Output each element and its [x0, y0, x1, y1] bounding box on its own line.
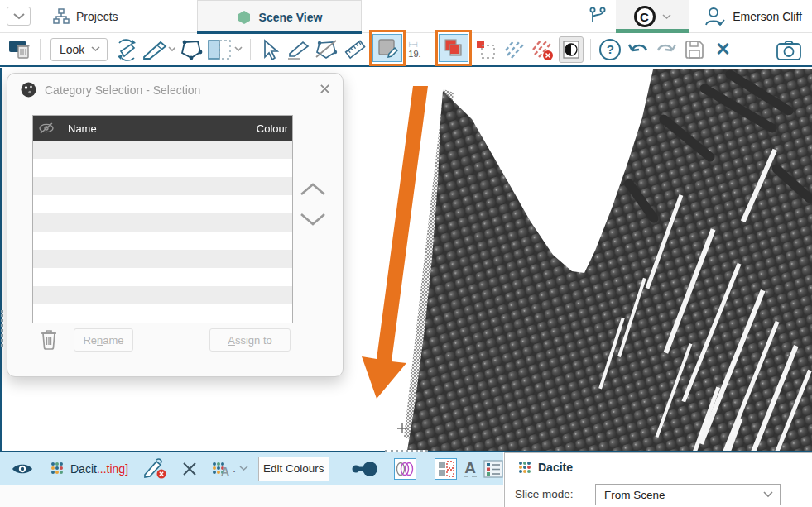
point-size-toggle[interactable]	[351, 460, 379, 478]
help-button[interactable]: ?	[598, 36, 622, 63]
paint-selection-button[interactable]	[372, 34, 402, 62]
add-selection-button[interactable]	[474, 36, 499, 63]
polygon-slash-icon	[315, 39, 338, 60]
camera-button[interactable]	[776, 37, 802, 64]
table-row[interactable]	[33, 195, 292, 213]
eye-off-icon	[38, 122, 55, 134]
rename-mnemonic: n	[97, 334, 103, 347]
layer-name-prefix: Dacit	[70, 462, 97, 476]
dialog-close-button[interactable]: ✕	[319, 80, 331, 98]
table-cell-name[interactable]	[60, 195, 252, 213]
table-row[interactable]	[33, 286, 292, 304]
hatch-selection-button[interactable]	[502, 36, 527, 63]
table-cell-eye[interactable]	[33, 304, 60, 323]
left-panel-grip[interactable]	[1, 310, 4, 347]
table-cell-eye[interactable]	[33, 141, 60, 159]
text-labels-button[interactable]: A	[464, 460, 477, 478]
move-up-button[interactable]	[299, 181, 327, 198]
selection-grid-button[interactable]	[435, 458, 457, 480]
table-row[interactable]	[33, 177, 292, 195]
table-row[interactable]	[33, 159, 292, 177]
table-cell-colour[interactable]	[252, 177, 292, 195]
table-row[interactable]	[33, 304, 292, 323]
table-cell-colour[interactable]	[252, 213, 292, 232]
chevron-down-icon	[91, 46, 100, 52]
layer-name-label[interactable]: Dacit...ting]	[70, 462, 128, 476]
projects-menu[interactable]: Projects	[53, 0, 118, 33]
table-cell-eye[interactable]	[33, 159, 60, 177]
table-cell-colour[interactable]	[252, 232, 292, 250]
app-logo-menu[interactable]: C	[616, 0, 689, 33]
collapse-ribbon-button[interactable]	[7, 7, 31, 26]
category-table: Name Colour	[32, 115, 293, 323]
contrast-button[interactable]	[559, 36, 584, 63]
look-dropdown[interactable]: Look	[50, 38, 108, 61]
remove-layer-button[interactable]	[181, 461, 198, 477]
save-button[interactable]	[682, 36, 707, 63]
colour-column-header[interactable]: Colour	[252, 116, 292, 141]
table-cell-eye[interactable]	[33, 195, 60, 213]
table-cell-colour[interactable]	[252, 159, 292, 177]
redo-button[interactable]	[654, 36, 679, 63]
undo-button[interactable]	[626, 36, 651, 63]
table-cell-colour[interactable]	[252, 250, 292, 268]
table-cell-name[interactable]	[60, 213, 252, 232]
table-cell-eye[interactable]	[33, 268, 60, 286]
select-points-button[interactable]	[439, 34, 468, 62]
assign-to-button[interactable]: Assign to	[209, 328, 291, 352]
close-tool-button[interactable]: ✕	[710, 36, 735, 63]
table-cell-name[interactable]	[60, 232, 252, 250]
tab-scene-view[interactable]: Scene View	[197, 0, 362, 33]
visibility-eye-button[interactable]	[12, 462, 33, 476]
branch-button[interactable]	[588, 5, 608, 30]
delete-category-button[interactable]	[39, 327, 59, 353]
name-column-header[interactable]: Name	[60, 116, 252, 141]
legend-button[interactable]	[483, 460, 503, 478]
left-panel-edge[interactable]	[0, 68, 2, 451]
moving-plane-button[interactable]	[207, 36, 243, 63]
table-row[interactable]	[33, 213, 292, 232]
table-cell-eye[interactable]	[33, 213, 60, 232]
edit-selection-button[interactable]	[143, 458, 168, 480]
rename-button[interactable]: Rename	[74, 328, 133, 352]
draw-plane-button[interactable]	[142, 36, 175, 63]
table-cell-colour[interactable]	[252, 304, 292, 323]
table-cell-name[interactable]	[60, 159, 252, 177]
remove-hatch-button[interactable]	[531, 36, 555, 63]
table-row[interactable]	[33, 250, 292, 268]
table-cell-colour[interactable]	[252, 286, 292, 304]
table-cell-eye[interactable]	[33, 250, 60, 268]
table-cell-name[interactable]	[60, 268, 252, 286]
edit-colours-button[interactable]: Edit Colours	[258, 457, 329, 481]
clear-scene-button[interactable]	[8, 36, 33, 63]
table-cell-eye[interactable]	[33, 286, 60, 304]
draw-polyline-button[interactable]	[179, 36, 204, 63]
table-cell-colour[interactable]	[252, 268, 292, 286]
table-cell-eye[interactable]	[33, 232, 60, 250]
polygon-select-button[interactable]	[314, 36, 339, 63]
draw-slicer-button[interactable]	[114, 36, 139, 63]
table-cell-name[interactable]	[60, 250, 252, 268]
select-cursor-button[interactable]	[257, 36, 282, 63]
table-cell-name[interactable]	[60, 177, 252, 195]
slice-disks-button[interactable]	[394, 458, 416, 480]
table-cell-colour[interactable]	[252, 195, 292, 213]
table-cell-eye[interactable]	[33, 177, 60, 195]
draw-line-button[interactable]	[286, 36, 310, 63]
table-cell-name[interactable]	[60, 286, 252, 304]
table-row[interactable]	[33, 141, 292, 159]
brush-size-spinner[interactable]: ⊦⊣ 19.	[408, 37, 433, 62]
measure-ruler-button[interactable]	[342, 36, 367, 63]
table-cell-name[interactable]	[60, 141, 252, 159]
table-cell-colour[interactable]	[252, 141, 292, 159]
table-row[interactable]	[33, 268, 292, 286]
disks-icon	[396, 462, 414, 476]
table-cell-name[interactable]	[60, 304, 252, 323]
slice-mode-select[interactable]: From Scene	[595, 484, 781, 505]
table-row[interactable]	[33, 232, 292, 250]
label-options-button[interactable]: A .	[213, 460, 248, 478]
user-menu[interactable]: Emerson Cliff	[704, 0, 802, 33]
paint-selection-icon	[377, 37, 398, 59]
visibility-column-header[interactable]	[33, 116, 60, 141]
move-down-button[interactable]	[299, 211, 327, 227]
